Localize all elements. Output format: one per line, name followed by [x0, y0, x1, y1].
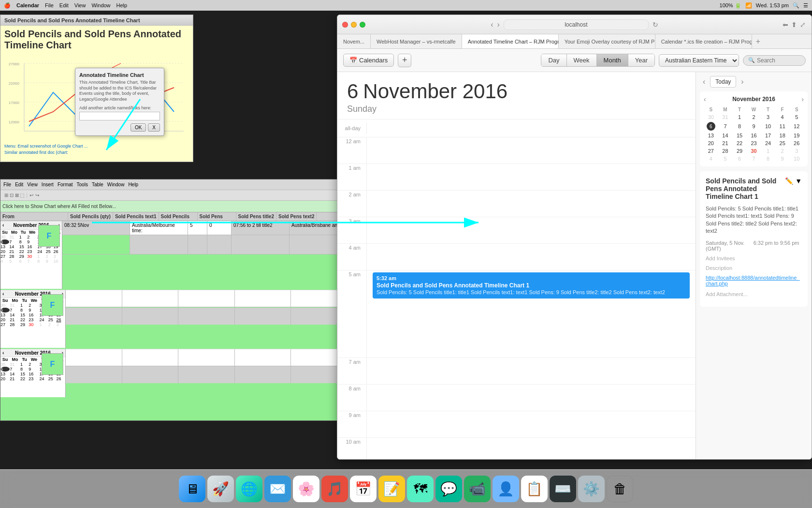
- tab-emoji[interactable]: Your Emoji Overlay courtesy of RJM Progr…: [559, 34, 655, 48]
- mini-cal-day-12[interactable]: 12: [789, 121, 804, 132]
- event-details-url[interactable]: http://localhost:8888/annotatedtimeline_…: [706, 275, 802, 286]
- fullscreen-btn[interactable]: ⤢: [800, 21, 806, 29]
- mini-cal-day-3[interactable]: 3: [761, 113, 775, 121]
- ss-menu-format[interactable]: Format: [58, 182, 73, 187]
- next-month-btn[interactable]: ›: [738, 76, 746, 87]
- dialog-ok-btn[interactable]: OK: [130, 123, 146, 132]
- time-2am-content[interactable]: [366, 191, 696, 217]
- mini-cal-day-4dec[interactable]: 4: [704, 155, 718, 163]
- mini-cal-day-29[interactable]: 29: [732, 147, 747, 155]
- mini-cal-day-11[interactable]: 11: [775, 121, 790, 132]
- tab-november[interactable]: Novem...: [337, 34, 371, 48]
- view-tab-year[interactable]: Year: [628, 54, 654, 66]
- event-dropdown-icon[interactable]: ▼: [795, 177, 802, 185]
- mini-cal-day-13[interactable]: 13: [704, 132, 718, 139]
- mini-cal-day-23[interactable]: 23: [747, 139, 761, 147]
- mini-cal-day-30oct[interactable]: 30: [704, 113, 718, 121]
- add-invitees-btn[interactable]: Add Invitees: [706, 255, 802, 261]
- dock-photos[interactable]: 🌸: [293, 476, 319, 502]
- ss-menu-edit[interactable]: Edit: [15, 182, 23, 187]
- search-input[interactable]: [757, 57, 800, 64]
- dock-facetime[interactable]: 📹: [464, 476, 491, 502]
- mini-cal-day-16[interactable]: 16: [747, 132, 761, 139]
- dock-terminal[interactable]: ⌨️: [550, 476, 576, 502]
- mini-cal-day-6dec[interactable]: 6: [732, 155, 747, 163]
- dock-finder[interactable]: 🖥: [179, 476, 205, 502]
- mini-cal-day-8dec[interactable]: 8: [761, 155, 775, 163]
- mini-cal-day-20[interactable]: 20: [704, 139, 718, 147]
- mini-cal-day-7dec[interactable]: 7: [747, 155, 761, 163]
- share-btn[interactable]: ⬆: [791, 21, 797, 29]
- view-tab-month[interactable]: Month: [597, 54, 628, 66]
- window-minimize-btn[interactable]: [351, 22, 357, 28]
- menu-help[interactable]: Help: [116, 2, 128, 8]
- ss-mini-cal-2-prev[interactable]: ‹: [2, 291, 4, 297]
- dialog-cancel-btn[interactable]: X: [148, 123, 160, 132]
- menu-window[interactable]: Window: [91, 2, 110, 8]
- mini-cal-day-6[interactable]: 6: [704, 121, 718, 132]
- dock-maps[interactable]: 🗺: [407, 476, 434, 502]
- ss-menu-tools[interactable]: Tools: [77, 182, 88, 187]
- mini-cal-day-27[interactable]: 27: [704, 147, 718, 155]
- back-btn[interactable]: ‹: [491, 20, 493, 29]
- mini-cal-day-4[interactable]: 4: [775, 113, 790, 121]
- dock-reminders[interactable]: 📋: [521, 476, 548, 502]
- mini-cal-day-1[interactable]: 1: [732, 113, 747, 121]
- mini-cal-day-17[interactable]: 17: [761, 132, 775, 139]
- mini-cal-day-2dec[interactable]: 2: [775, 147, 790, 155]
- mini-cal-day-2[interactable]: 2: [747, 113, 761, 121]
- ss-cell-col4[interactable]: 0: [207, 221, 232, 235]
- time-1am-content[interactable]: [366, 164, 696, 190]
- ss-menu-help[interactable]: Help: [128, 182, 138, 187]
- time-4am-content[interactable]: [366, 244, 696, 270]
- dock-music[interactable]: 🎵: [321, 476, 348, 502]
- ss-cell-col2[interactable]: Australia/Melbourne time:: [130, 221, 188, 235]
- mini-cal-day-5[interactable]: 5: [789, 113, 804, 121]
- mini-cal-day-10dec[interactable]: 10: [789, 155, 804, 163]
- mini-cal-day-25[interactable]: 25: [775, 139, 790, 147]
- mini-cal-day-8[interactable]: 8: [732, 121, 747, 132]
- time-12am-content[interactable]: [366, 137, 696, 164]
- view-tab-day[interactable]: Day: [541, 54, 566, 66]
- add-attachment-btn[interactable]: Add Attachment...: [706, 291, 802, 297]
- window-close-btn[interactable]: [342, 22, 348, 28]
- mini-cal-day-7[interactable]: 7: [718, 121, 733, 132]
- chart-link[interactable]: Menu: Email screenshot of Google Chart .…: [0, 143, 193, 149]
- time-8am-content[interactable]: [366, 385, 696, 411]
- mini-cal-day-14[interactable]: 14: [718, 132, 733, 139]
- tab-add-btn[interactable]: +: [752, 34, 764, 48]
- mini-cal-day-1dec[interactable]: 1: [761, 147, 775, 155]
- dock-launchpad[interactable]: 🚀: [207, 476, 234, 502]
- app-name[interactable]: Calendar: [16, 2, 39, 8]
- today-btn[interactable]: Today: [710, 76, 736, 88]
- mini-cal-day-10[interactable]: 10: [761, 121, 775, 132]
- dock-notes[interactable]: 📝: [378, 476, 405, 502]
- time-10am-content[interactable]: [366, 438, 696, 459]
- mini-cal-day-18[interactable]: 18: [775, 132, 790, 139]
- dock-messages[interactable]: 💬: [435, 476, 462, 502]
- mini-cal-day-28[interactable]: 28: [718, 147, 733, 155]
- dock-contacts[interactable]: 👤: [493, 476, 519, 502]
- mini-cal-day-26[interactable]: 26: [789, 139, 804, 147]
- mini-cal-next[interactable]: ›: [801, 95, 804, 103]
- dock-mail[interactable]: ✉️: [264, 476, 291, 502]
- window-maximize-btn[interactable]: [360, 22, 365, 28]
- calendars-btn[interactable]: 📅 Calendars: [343, 54, 394, 67]
- mini-cal-day-9dec[interactable]: 9: [775, 155, 790, 163]
- mini-cal-day-3dec[interactable]: 3: [789, 147, 804, 155]
- forward-btn[interactable]: ›: [497, 20, 500, 29]
- share-back-btn[interactable]: ⬅: [783, 21, 788, 29]
- menubar-notifications[interactable]: ☰: [803, 2, 808, 9]
- time-5am-content[interactable]: 5:32 am Sold Pencils and Sold Pens Annot…: [366, 270, 696, 358]
- ss-menu-insert[interactable]: Insert: [42, 182, 54, 187]
- menu-file[interactable]: File: [45, 2, 54, 8]
- all-day-content[interactable]: [366, 122, 696, 134]
- dialog-input[interactable]: [79, 112, 160, 120]
- mini-cal-day-30[interactable]: 30: [747, 147, 761, 155]
- mini-cal-day-19[interactable]: 19: [789, 132, 804, 139]
- ss-toolbar-redo[interactable]: ↪: [35, 193, 39, 198]
- mini-cal-day-24[interactable]: 24: [761, 139, 775, 147]
- ss-menu-table[interactable]: Table: [92, 182, 103, 187]
- menu-view[interactable]: View: [74, 2, 86, 8]
- event-edit-icon[interactable]: ✏️: [785, 177, 793, 185]
